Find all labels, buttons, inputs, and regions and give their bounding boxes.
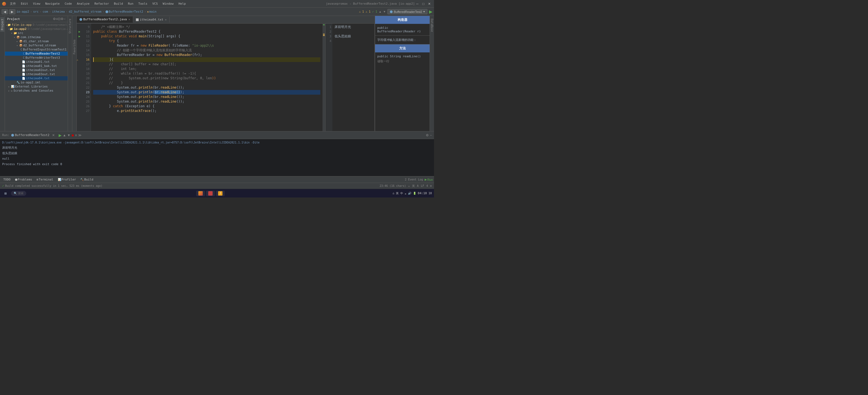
tab2-close-btn[interactable]: ✕ bbox=[165, 18, 166, 21]
constructor-section-header[interactable]: 构造器 bbox=[375, 16, 430, 24]
tree-item-io-app2-iml[interactable]: 🔧 io-app2.iml bbox=[5, 80, 68, 84]
run-output[interactable]: D:\soft\java\jdk-17.0.1\bin\java.exe -ja… bbox=[0, 139, 434, 176]
code-content[interactable]: /* <截断注释> */ public class BufferedReader… bbox=[91, 24, 322, 131]
run-format-btn[interactable]: ≡ bbox=[75, 133, 77, 137]
tab-build[interactable]: 🔨 Build bbox=[78, 177, 95, 182]
minimize-button[interactable]: ─ bbox=[415, 2, 420, 6]
project-expand-btn[interactable]: ⊡ bbox=[58, 17, 61, 21]
constructor-signature: public BufferedReader(Reader r) bbox=[377, 26, 427, 33]
tree-item-bufferedreadertest2[interactable]: C BufferedReaderTest2 bbox=[5, 52, 68, 56]
breadcrumb-com[interactable]: com bbox=[42, 10, 48, 13]
tree-item-itheima04txt[interactable]: 📄 itheima04.txt bbox=[5, 76, 68, 80]
method-description: 读取一行 bbox=[377, 59, 427, 63]
menu-run[interactable]: Run bbox=[126, 1, 135, 6]
tree-item-d1-char-stream[interactable]: ▸ 📦 d1_char_stream bbox=[5, 39, 68, 43]
menu-navigate[interactable]: Navigate bbox=[43, 1, 62, 6]
tree-item-file-io-app[interactable]: ▸ 📁 file-io-app D:\code\javasepromax\fil… bbox=[5, 23, 68, 27]
menu-window[interactable]: Window bbox=[160, 1, 176, 6]
nav-forward-button[interactable]: ▶ bbox=[9, 9, 16, 14]
taskbar-powerpoint[interactable] bbox=[206, 191, 215, 196]
menu-refactor[interactable]: Refactor bbox=[92, 1, 111, 6]
run-config-dropdown[interactable]: BufferedReaderTest2 ▾ bbox=[388, 9, 427, 14]
method-section-header[interactable]: 方法 bbox=[375, 45, 430, 52]
tray-icons: ⌂ 英 中 ☁ 🔊 🔋 bbox=[393, 192, 416, 195]
breadcrumb-d2[interactable]: d2_buffered_stream bbox=[69, 10, 101, 13]
menu-vcs[interactable]: VCS bbox=[150, 1, 160, 6]
tree-item-itheima01bak[interactable]: 📄 itheima01_bak.txt bbox=[5, 64, 68, 68]
start-button[interactable]: ⊞ bbox=[2, 190, 9, 197]
structure-tab-label[interactable]: Structure bbox=[68, 17, 72, 35]
tree-item-bufferedwriter[interactable]: C BufferedWriterTest3 bbox=[5, 56, 68, 60]
run-button[interactable]: ▶ bbox=[429, 9, 432, 14]
tab-terminal[interactable]: ⊞ Terminal bbox=[34, 177, 55, 182]
run-scroll-up-btn[interactable]: ▲ bbox=[63, 133, 66, 137]
tree-item-itheima03out[interactable]: 📄 itheima03out.txt bbox=[5, 72, 68, 76]
tab1-close-btn[interactable]: ✕ bbox=[128, 18, 130, 21]
class-run-icon[interactable]: ▶ bbox=[79, 29, 81, 34]
tree-item-itheima01txt[interactable]: 📄 itheima01.txt bbox=[5, 60, 68, 64]
tab-itheima04txt[interactable]: itheima04.txt ✕ bbox=[133, 17, 169, 23]
run-restart-btn[interactable]: ▶ bbox=[59, 133, 62, 137]
method-run-icon[interactable]: ▶ bbox=[79, 34, 81, 39]
taskbar-intellij[interactable] bbox=[196, 191, 205, 196]
tree-item-io-app2[interactable]: ▾ 📁 io-app2 D:\code\javasepromax\io-app2 bbox=[5, 27, 68, 31]
nav-back-button[interactable]: ◀ bbox=[2, 9, 8, 14]
tab-todo[interactable]: TODO bbox=[1, 177, 13, 182]
run-cmd-line: D:\soft\java\jdk-17.0.1\bin\java.exe -ja… bbox=[2, 140, 432, 145]
tree-item-d2-buffered-stream[interactable]: ▾ 📦 d2_buffered_stream bbox=[5, 43, 68, 48]
breadcrumb-src[interactable]: src bbox=[33, 10, 39, 13]
taskbar-java[interactable]: J bbox=[216, 191, 225, 196]
tree-item-src[interactable]: ▾ 📂 src bbox=[5, 31, 68, 35]
favorites-tab-label[interactable]: Favorites bbox=[72, 38, 76, 56]
tree-item-itheima02out[interactable]: 📄 itheima02out.txt bbox=[5, 68, 68, 72]
project-gear-btn[interactable]: ⚙ bbox=[61, 17, 64, 21]
run-panel-close-btn[interactable]: ✕ bbox=[52, 133, 55, 137]
tree-item-com-itheima[interactable]: ▾ 📦 com.itheima bbox=[5, 35, 68, 39]
project-settings-btn[interactable]: ⚙ bbox=[53, 17, 56, 21]
tree-item-scratches[interactable]: ▸ ✏ Scratches and Consoles bbox=[5, 89, 68, 93]
bottom-run-btn[interactable]: ▶ Run bbox=[425, 178, 433, 181]
menu-analyze[interactable]: Analyze bbox=[74, 1, 92, 6]
menu-help[interactable]: Help bbox=[177, 1, 188, 6]
breadcrumb-class[interactable]: BufferedReaderTest2 bbox=[105, 10, 143, 13]
tree-item-bufferedinput[interactable]: C BufferedInputStreamTest1 bbox=[5, 48, 68, 52]
title-bar: 文件 Edit View Navigate Code Analyze Refac… bbox=[0, 0, 434, 8]
scroll-up-button[interactable]: ▲ bbox=[379, 10, 381, 13]
close-button[interactable]: ✕ bbox=[427, 2, 432, 6]
breadcrumb-method[interactable]: mmain bbox=[147, 10, 156, 13]
menu-code[interactable]: Code bbox=[62, 1, 74, 6]
database-tab-label[interactable]: DataBase bbox=[430, 17, 434, 33]
menu-view[interactable]: View bbox=[31, 1, 43, 6]
maximize-button[interactable]: □ bbox=[421, 2, 426, 6]
project-collapse-btn[interactable]: ≡ bbox=[56, 17, 58, 21]
run-more-btn[interactable]: ≫ bbox=[78, 133, 82, 137]
system-tray: ⌂ 英 中 ☁ 🔊 🔋 04:10 10 bbox=[393, 192, 432, 195]
scroll-down-button[interactable]: ▼ bbox=[383, 10, 386, 13]
window-title: javasepromax - BufferedReaderTest2.java … bbox=[326, 2, 415, 5]
breadcrumb-itheima[interactable]: itheima bbox=[52, 10, 65, 13]
breadcrumb-io-app2[interactable]: io-app2 bbox=[17, 10, 29, 13]
menu-file[interactable]: 文件 bbox=[8, 1, 18, 6]
settings-icon[interactable]: ⚙ bbox=[430, 184, 432, 187]
txt-content[interactable]: 床前明月光 低头思姑娘 bbox=[332, 24, 375, 131]
search-bar[interactable]: 🔍 搜索 bbox=[11, 191, 26, 196]
tab-profiler[interactable]: 📊 Profiler bbox=[56, 177, 79, 182]
run-minimize-btn[interactable]: − bbox=[430, 133, 432, 137]
run-stop-btn[interactable]: ■ bbox=[71, 133, 74, 137]
event-log-label[interactable]: 2 Event Log bbox=[405, 178, 423, 181]
tab-bufferedreadertest2[interactable]: BufferedReaderTest2.java ✕ bbox=[77, 17, 133, 23]
windows-icon: ⊞ bbox=[4, 191, 7, 196]
menu-build[interactable]: Build bbox=[112, 1, 125, 6]
project-close-btn[interactable]: − bbox=[64, 17, 65, 21]
build-status: ✓ Build completed successfully in 1 sec,… bbox=[2, 184, 380, 188]
encoding-label[interactable]: 英 bbox=[412, 184, 415, 188]
run-scroll-down-btn[interactable]: ▼ bbox=[67, 133, 70, 137]
run-settings-btn[interactable]: ⚙ bbox=[426, 133, 429, 137]
menu-tools[interactable]: Tools bbox=[136, 1, 150, 6]
menu-edit[interactable]: Edit bbox=[19, 1, 30, 6]
tree-item-external-libs[interactable]: ▸ 📊 External Libraries bbox=[5, 84, 68, 89]
gutter-12 bbox=[77, 39, 82, 43]
project-tab-label[interactable]: Project bbox=[0, 17, 4, 32]
tab-problems[interactable]: Problems bbox=[13, 177, 34, 182]
problems-icon bbox=[15, 178, 17, 181]
